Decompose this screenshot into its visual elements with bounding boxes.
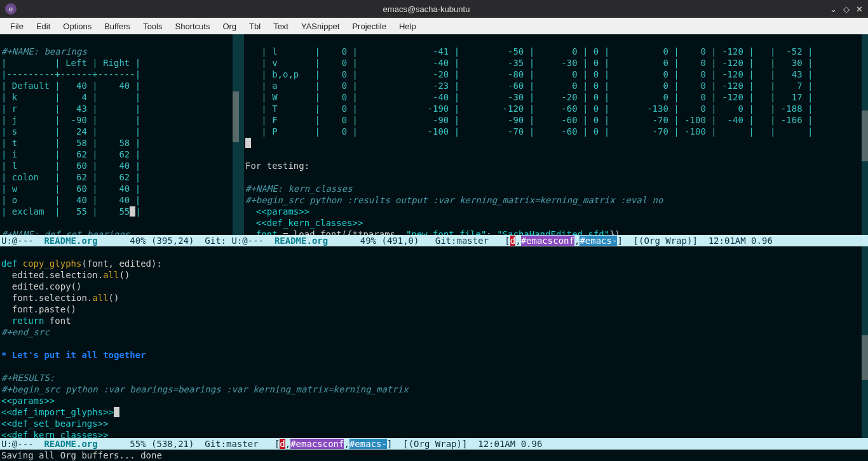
menu-tbl[interactable]: Tbl <box>243 20 267 33</box>
table-row: | v | 0 | -40 | -35 | -30 | 0 | 0 | 0 | … <box>245 58 813 68</box>
table-row: | W | 0 | -40 | -30 | -20 | 0 | 0 | 0 | … <box>245 92 813 102</box>
code-line: edited.selection.all() <box>1 270 130 280</box>
org-name-directive: #+NAME: kern_classes <box>245 184 353 194</box>
noweb-ref: <<params>> <box>245 206 309 217</box>
table-row: | b,o,p | 0 | -20 | -80 | 0 | 0 | 0 | 0 … <box>245 69 813 79</box>
table-row: | t | 58 | 58 | <box>1 138 140 148</box>
table-row: | a | 0 | -23 | -60 | 0 | 0 | 0 | 0 | -1… <box>245 81 813 91</box>
modeline-channel: #emacsconf <box>521 236 574 246</box>
table-row: | r | 43 | | <box>1 104 140 114</box>
table-row: | w | 60 | 40 | <box>1 184 140 194</box>
org-results: #+RESULTS: <box>1 373 55 383</box>
scrollbar-bottom[interactable] <box>862 246 868 438</box>
code-line: return font <box>1 316 71 326</box>
window-titlebar: e emacs@sacha-kubuntu ⌄ ◇ ✕ <box>0 0 868 18</box>
window-close-icon[interactable]: ✕ <box>856 4 863 14</box>
code-line: edited.copy() <box>1 281 81 291</box>
menu-help[interactable]: Help <box>393 20 423 33</box>
table-row: | l | 60 | 40 | <box>1 161 140 171</box>
cursor <box>130 206 135 217</box>
menu-options[interactable]: Options <box>57 20 98 33</box>
code-line: font = load_font({**params, "new_font_fi… <box>245 229 620 235</box>
table-row: | Default | 40 | 40 | <box>1 81 140 91</box>
org-begin-src: #+begin_src python :results output :var … <box>245 195 663 205</box>
menu-projectile[interactable]: Projectile <box>346 20 392 33</box>
modeline-filename: README.org <box>275 236 328 246</box>
code-line: def copy_glyphs(font, edited): <box>1 258 162 269</box>
table-row: | T | 0 | -190 | -120 | -60 | 0 | -130 |… <box>245 104 813 114</box>
top-left-pane[interactable]: #+NAME: bearings | | Left | Right | |---… <box>0 34 244 235</box>
noweb-ref: <<def_set_bearings>> <box>1 418 109 429</box>
emacs-icon: e <box>5 3 17 15</box>
code-line: font.paste() <box>1 304 76 314</box>
table-row: | k | 4 | | <box>1 92 140 102</box>
menu-file[interactable]: File <box>4 20 30 33</box>
org-name-directive: #+NAME: bearings <box>1 46 87 57</box>
table-row: | P | 0 | -100 | -70 | -60 | 0 | -70 | -… <box>245 126 813 137</box>
org-end-src: #+end_src <box>1 327 50 337</box>
table-sep: |---------+------+-------| <box>1 69 140 79</box>
table-row: | o | 40 | 40 | <box>1 195 140 205</box>
org-name-directive: #+NAME: def_set_bearings <box>1 229 130 235</box>
text-line: For testing: <box>245 161 309 171</box>
cursor <box>114 407 119 417</box>
noweb-ref: <<params>> <box>1 396 55 406</box>
org-begin-src: #+begin_src python :var bearings=bearing… <box>1 384 409 394</box>
modeline-channel: #emacsconf <box>290 439 344 449</box>
top-right-pane[interactable]: | l | 0 | -41 | -50 | 0 | 0 | 0 | 0 | -1… <box>244 34 868 235</box>
window-maximize-icon[interactable]: ◇ <box>843 4 850 14</box>
table-row: | colon | 62 | 62 | <box>1 172 140 182</box>
menu-shortcuts[interactable]: Shortcuts <box>168 20 216 33</box>
window-title: emacs@sacha-kubuntu <box>23 4 830 14</box>
menu-buffers[interactable]: Buffers <box>98 20 137 33</box>
menu-bar: File Edit Options Buffers Tools Shortcut… <box>0 18 868 34</box>
modeline-filename: README.org <box>44 236 97 246</box>
modeline-channel: #emacs- <box>349 439 387 449</box>
noweb-ref: <<def_kern_classes>> <box>1 430 109 438</box>
table-row: | s | 24 | | <box>1 126 140 137</box>
menu-edit[interactable]: Edit <box>30 20 57 33</box>
scrollbar-thumb[interactable] <box>233 91 239 142</box>
table-row: | F | 0 | -90 | -90 | -60 | 0 | -70 | -1… <box>245 115 813 125</box>
modeline-filename: README.org <box>44 439 97 449</box>
noweb-ref: <<def_import_glyphs>> <box>1 407 114 417</box>
scrollbar-right[interactable] <box>862 34 868 235</box>
minibuffer[interactable]: Saving all Org buffers... done <box>0 450 868 461</box>
scrollbar-left[interactable] <box>233 34 239 235</box>
menu-text[interactable]: Text <box>267 20 295 33</box>
table-row: | l | 0 | -41 | -50 | 0 | 0 | 0 | 0 | -1… <box>245 46 813 57</box>
modeline-channel: #emacs- <box>580 236 617 246</box>
code-line: font.selection.all() <box>1 293 119 303</box>
org-heading: * Let's put it all together <box>1 350 146 360</box>
table-row-end: | <box>135 206 140 217</box>
noweb-ref: <<def_kern_classes>> <box>245 218 363 228</box>
scrollbar-thumb[interactable] <box>862 110 868 161</box>
cursor <box>245 138 251 148</box>
modeline-badge: d <box>280 439 285 449</box>
modeline-bottom[interactable]: U:@--- README.org 55% (538,21) Git:maste… <box>0 438 868 450</box>
table-header: | | Left | Right | <box>1 58 140 68</box>
scrollbar-thumb[interactable] <box>862 335 868 380</box>
menu-org[interactable]: Org <box>216 20 243 33</box>
table-row: | exclam | 55 | 55 <box>1 206 130 217</box>
modeline-badge: d <box>510 236 515 246</box>
bottom-pane[interactable]: def copy_glyphs(font, edited): edited.se… <box>0 246 868 438</box>
table-row: | i | 62 | 62 | <box>1 149 140 159</box>
menu-yasnippet[interactable]: YASnippet <box>295 20 346 33</box>
menu-tools[interactable]: Tools <box>137 20 168 33</box>
table-row: | j | -90 | | <box>1 115 140 125</box>
window-minimize-icon[interactable]: ⌄ <box>830 4 837 14</box>
modeline-top[interactable]: U:@--- README.org 40% (395,24) Git: U:@-… <box>0 235 868 246</box>
